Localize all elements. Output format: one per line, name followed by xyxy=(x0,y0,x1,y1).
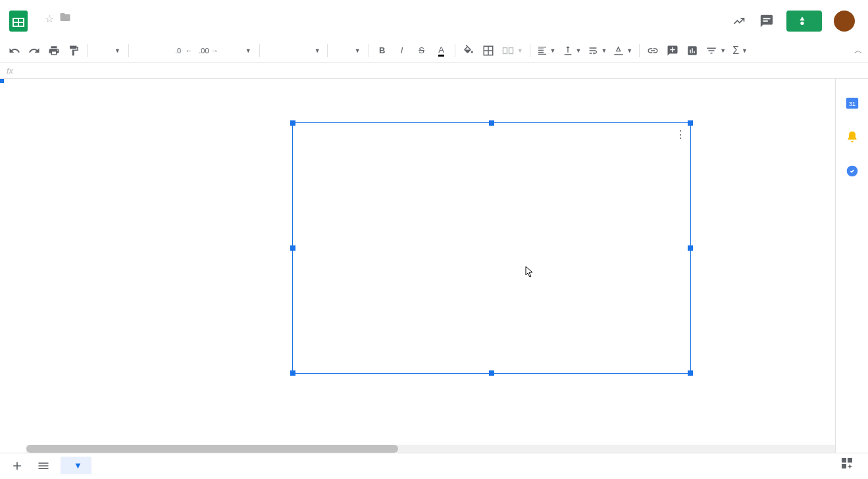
text-color-button[interactable]: A xyxy=(432,41,451,60)
decrease-decimal-button[interactable]: .0 ← xyxy=(172,41,195,60)
share-button[interactable] xyxy=(786,11,822,32)
resize-handle-l[interactable] xyxy=(290,245,295,251)
svg-rect-5 xyxy=(763,20,768,22)
comments-icon[interactable] xyxy=(759,13,775,29)
menu-data[interactable] xyxy=(87,27,96,31)
wrap-button[interactable]: ▼ xyxy=(585,41,609,60)
menu-help[interactable] xyxy=(118,27,128,31)
all-sheets-button[interactable] xyxy=(34,457,53,475)
fill-color-button[interactable] xyxy=(459,41,478,60)
resize-handle-r[interactable] xyxy=(688,245,693,251)
bold-button[interactable]: B xyxy=(373,41,392,60)
paint-format-button[interactable] xyxy=(64,41,83,60)
menu-addons[interactable] xyxy=(108,27,117,31)
v-align-button[interactable]: ▼ xyxy=(560,41,584,60)
save-status[interactable] xyxy=(136,27,145,31)
spreadsheet-grid[interactable]: ⋮ xyxy=(0,79,835,453)
menu-file[interactable] xyxy=(34,27,43,31)
sheets-logo[interactable] xyxy=(5,8,32,34)
svg-rect-16 xyxy=(848,458,852,463)
menu-edit[interactable] xyxy=(45,27,54,31)
rotate-button[interactable]: ▼ xyxy=(611,41,635,60)
resize-handle-bl[interactable] xyxy=(290,370,295,376)
tasks-icon[interactable] xyxy=(844,163,860,179)
toolbar: ▼ .0 ← .00 → ▼ ▼ ▼ B I S A ▼ ▼ ▼ ▼ ▼ ▼ Σ… xyxy=(0,38,868,63)
resize-handle-b[interactable] xyxy=(489,370,494,376)
account-avatar[interactable] xyxy=(834,11,855,32)
increase-decimal-button[interactable]: .00 → xyxy=(196,41,220,60)
chart-plot-area xyxy=(317,139,680,349)
print-button[interactable] xyxy=(45,41,63,60)
percent-button[interactable] xyxy=(153,41,171,60)
functions-button[interactable]: Σ▼ xyxy=(730,41,750,60)
menu-view[interactable] xyxy=(55,27,64,31)
currency-button[interactable] xyxy=(133,41,151,60)
resize-handle-t[interactable] xyxy=(489,120,494,126)
move-folder-icon[interactable] xyxy=(59,11,71,26)
menu-insert[interactable] xyxy=(66,27,75,31)
number-format-select[interactable]: ▼ xyxy=(222,41,255,60)
strikethrough-button[interactable]: S xyxy=(413,41,431,60)
side-panel: 31 xyxy=(835,79,868,453)
collapse-toolbar-icon[interactable]: ︿ xyxy=(854,45,863,57)
horizontal-scrollbar[interactable] xyxy=(26,445,835,453)
resize-handle-tl[interactable] xyxy=(290,120,295,126)
active-cell-outline xyxy=(0,79,3,82)
svg-rect-10 xyxy=(503,47,507,53)
document-title[interactable] xyxy=(34,17,39,20)
formula-bar-input[interactable] xyxy=(26,63,868,78)
svg-rect-15 xyxy=(842,458,846,463)
activity-icon[interactable] xyxy=(731,13,747,29)
menu-tools[interactable] xyxy=(97,27,107,31)
filter-button[interactable]: ▼ xyxy=(703,41,728,60)
svg-rect-4 xyxy=(763,18,771,19)
svg-text:31: 31 xyxy=(848,101,855,107)
explore-button[interactable] xyxy=(839,455,860,476)
comment-button[interactable] xyxy=(663,41,682,60)
zoom-select[interactable]: ▼ xyxy=(91,41,124,60)
merge-button[interactable]: ▼ xyxy=(499,41,526,60)
star-icon[interactable]: ☆ xyxy=(45,13,54,25)
link-button[interactable] xyxy=(644,41,662,60)
add-sheet-button[interactable] xyxy=(8,457,26,475)
calendar-icon[interactable]: 31 xyxy=(844,95,860,111)
keep-icon[interactable] xyxy=(844,129,860,145)
fx-label: fx xyxy=(0,66,26,76)
svg-point-6 xyxy=(800,22,804,25)
menubar xyxy=(34,27,731,31)
borders-button[interactable] xyxy=(479,41,498,60)
h-align-button[interactable]: ▼ xyxy=(534,41,559,60)
font-select[interactable]: ▼ xyxy=(264,41,323,60)
italic-button[interactable]: I xyxy=(393,41,411,60)
resize-handle-br[interactable] xyxy=(688,370,693,376)
font-size-select[interactable]: ▼ xyxy=(332,41,365,60)
insert-chart-button[interactable] xyxy=(683,41,702,60)
svg-rect-17 xyxy=(842,464,846,468)
resize-handle-tr[interactable] xyxy=(688,120,693,126)
redo-button[interactable] xyxy=(25,41,43,60)
menu-format[interactable] xyxy=(76,27,86,31)
svg-rect-11 xyxy=(509,47,513,53)
undo-button[interactable] xyxy=(5,41,24,60)
sheet-tab[interactable]: ▼ xyxy=(61,457,91,474)
chart-container[interactable]: ⋮ xyxy=(292,122,691,374)
